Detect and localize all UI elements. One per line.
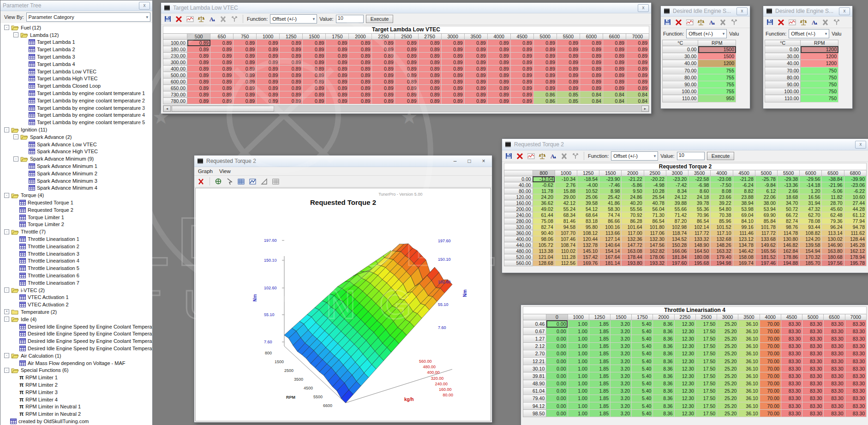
cell[interactable]: 70.00 <box>760 380 781 387</box>
menu-view[interactable]: View <box>219 168 231 174</box>
cell[interactable]: 36.10 <box>738 395 760 402</box>
col-header[interactable]: 750 <box>233 34 257 40</box>
cell[interactable]: 0.89 <box>464 85 487 91</box>
tree-item[interactable]: Throttle Linearisation 1 <box>0 235 152 243</box>
cell[interactable]: 83.30 <box>845 402 866 410</box>
col-header[interactable]: 1500 <box>303 34 326 40</box>
cell[interactable]: 121.04 <box>533 254 555 260</box>
cell[interactable]: 70.00 <box>760 350 781 357</box>
collapse-icon[interactable]: - <box>4 25 9 30</box>
delete-icon[interactable] <box>515 152 525 160</box>
cell[interactable]: 1.85 <box>589 410 610 417</box>
cell[interactable]: 25.20 <box>717 320 738 328</box>
cell[interactable]: 25.20 <box>717 387 738 395</box>
cell[interactable]: 58.30 <box>599 206 622 212</box>
col-header[interactable]: 6800 <box>844 170 866 176</box>
cell[interactable]: 86.54 <box>644 218 666 224</box>
cell[interactable]: 185.70 <box>800 260 822 266</box>
col-header[interactable]: 2250 <box>372 34 395 40</box>
cell[interactable]: 0.89 <box>372 78 395 85</box>
scroll-right-icon[interactable]: ► <box>641 106 649 112</box>
cell[interactable]: -13.04 <box>533 176 555 182</box>
cell[interactable]: 83.30 <box>802 395 824 402</box>
cell[interactable]: 62.48 <box>822 212 844 218</box>
cell[interactable]: 0.89 <box>210 78 233 85</box>
cell[interactable]: 0.84 <box>580 98 603 104</box>
cell[interactable]: 0.89 <box>349 85 372 91</box>
cell[interactable]: 56.04 <box>644 206 666 212</box>
cell[interactable]: 83.30 <box>824 342 845 350</box>
cell[interactable]: 0.89 <box>257 98 280 104</box>
cell[interactable]: 0.89 <box>349 46 372 53</box>
cell[interactable]: 0.89 <box>464 46 487 53</box>
col-header[interactable]: 2000 <box>622 170 644 176</box>
cell[interactable]: 83.30 <box>824 365 845 372</box>
cell[interactable]: 1200 <box>698 60 736 67</box>
cell[interactable]: 0.00 <box>546 380 568 387</box>
tree-item[interactable]: -Lambda (12) <box>0 31 152 39</box>
cell[interactable]: 8.36 <box>653 372 674 380</box>
row-header[interactable]: 520.00 <box>504 254 533 260</box>
tree-item[interactable]: Target Lambda Closed Loop <box>0 82 152 90</box>
cell[interactable]: 17.50 <box>695 372 717 380</box>
row-header[interactable]: 79.40 <box>523 395 546 402</box>
cell[interactable]: 1.85 <box>589 395 610 402</box>
col-header[interactable]: 1250 <box>589 314 610 320</box>
cell[interactable]: 0.89 <box>603 85 626 91</box>
cell[interactable]: 17.50 <box>695 328 717 335</box>
cell[interactable]: 0.89 <box>257 53 280 59</box>
tree-item[interactable]: πRPM Limiter in Neutral 2 <box>0 410 152 418</box>
cell[interactable]: 0.89 <box>187 59 210 66</box>
cell[interactable]: 0.89 <box>280 91 303 98</box>
cell[interactable]: 83.30 <box>802 350 824 357</box>
row-header[interactable]: 780.00 <box>163 98 187 104</box>
cell[interactable]: 3.20 <box>610 372 631 380</box>
cell[interactable]: 49.02 <box>533 206 555 212</box>
cell[interactable]: 0.89 <box>626 78 649 85</box>
col-header[interactable]: 4500 <box>781 314 802 320</box>
cell[interactable]: 0.00 <box>546 372 568 380</box>
maximize-icon[interactable]: □ <box>463 157 475 165</box>
col-header[interactable]: 0 <box>546 314 568 320</box>
cell[interactable]: 83.30 <box>781 335 802 342</box>
cell[interactable]: 5.40 <box>632 410 653 417</box>
cell[interactable]: 17.50 <box>695 357 717 365</box>
cell[interactable]: 70.00 <box>760 410 781 417</box>
cell[interactable]: 0.89 <box>603 59 626 66</box>
cell[interactable]: 0.00 <box>546 357 568 365</box>
cell[interactable]: -25.78 <box>755 176 777 182</box>
cell[interactable]: 5.40 <box>632 387 653 395</box>
cell[interactable]: 94.58 <box>555 224 577 230</box>
cell[interactable]: 69.90 <box>755 212 777 218</box>
cell[interactable]: 0.89 <box>233 85 257 91</box>
row-header[interactable]: 160.00 <box>504 200 533 206</box>
cell[interactable]: 0.89 <box>533 59 557 66</box>
cell[interactable]: 0.89 <box>349 78 372 85</box>
cell[interactable]: 146.42 <box>733 248 755 254</box>
cell[interactable]: 0.89 <box>303 91 326 98</box>
cell[interactable]: -7.46 <box>599 182 622 188</box>
cell[interactable]: 70.00 <box>760 357 781 365</box>
cell[interactable]: 0.89 <box>603 40 626 46</box>
row-header[interactable]: 40.00 <box>663 60 698 67</box>
cell[interactable]: 83.30 <box>802 410 824 417</box>
cell[interactable]: 0.00 <box>546 365 568 372</box>
cell[interactable]: 194.98 <box>711 260 733 266</box>
cell[interactable]: 0.89 <box>395 78 418 85</box>
cell[interactable]: 178.94 <box>844 254 866 260</box>
cell[interactable]: 0.89 <box>580 59 603 66</box>
delete-icon[interactable] <box>174 15 184 23</box>
cell[interactable]: 24.20 <box>533 194 555 200</box>
col-header[interactable]: 1500 <box>610 314 631 320</box>
cell[interactable]: 0.89 <box>510 85 533 91</box>
cell[interactable]: 0.84 <box>626 91 649 98</box>
cell[interactable]: 162.12 <box>844 248 866 254</box>
cell[interactable]: 1.85 <box>589 372 610 380</box>
col-header[interactable]: 3500 <box>464 34 487 40</box>
cell[interactable]: 5.40 <box>632 320 653 328</box>
execute-button[interactable]: Execute <box>366 15 394 23</box>
cell[interactable]: 38.00 <box>755 200 777 206</box>
cell[interactable]: 25.20 <box>717 350 738 357</box>
cell[interactable]: 0.89 <box>187 85 210 91</box>
cell[interactable]: 1200 <box>801 53 838 60</box>
